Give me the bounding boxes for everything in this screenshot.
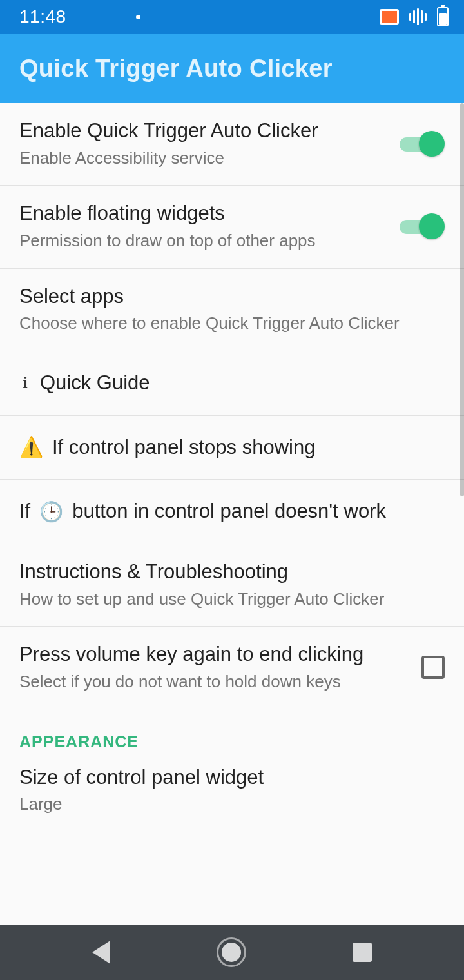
- row-enable-auto-clicker[interactable]: Enable Quick Trigger Auto Clicker Enable…: [0, 103, 464, 186]
- status-time: 11:48: [19, 6, 66, 27]
- settings-list: Enable Quick Trigger Auto Clicker Enable…: [0, 103, 464, 832]
- row-clock-button-not-working[interactable]: If 🕒 button in control panel doesn't wor…: [0, 480, 464, 544]
- row-enable-floating-widgets[interactable]: Enable floating widgets Permission to dr…: [0, 186, 464, 268]
- row-select-apps[interactable]: Select apps Choose where to enable Quick…: [0, 269, 464, 351]
- row-title-text: If control panel stops showing: [52, 435, 315, 460]
- row-subtitle: How to set up and use Quick Trigger Auto…: [19, 589, 445, 610]
- row-title: Press volume key again to end clicking: [19, 642, 411, 667]
- row-title-text: Quick Guide: [40, 371, 150, 396]
- row-title: Instructions & Troubleshooting: [19, 560, 445, 585]
- row-instructions-troubleshooting[interactable]: Instructions & Troubleshooting How to se…: [0, 544, 464, 627]
- app-title: Quick Trigger Auto Clicker: [19, 55, 333, 83]
- row-title: Size of control panel widget: [19, 765, 445, 790]
- section-appearance: APPEARANCE: [0, 732, 464, 755]
- recent-apps-button[interactable]: [353, 943, 372, 962]
- vibrate-icon: [409, 8, 427, 25]
- battery-icon: [437, 7, 449, 26]
- cast-icon: [380, 9, 399, 24]
- row-subtitle: Large: [19, 794, 445, 815]
- checkbox-volume-key[interactable]: [421, 656, 445, 679]
- app-bar: Quick Trigger Auto Clicker: [0, 34, 464, 103]
- row-title-suffix: button in control panel doesn't work: [72, 499, 386, 524]
- row-subtitle: Permission to draw on top of other apps: [19, 230, 389, 251]
- row-title: Select apps: [19, 284, 445, 309]
- back-button[interactable]: [92, 941, 110, 964]
- navigation-bar: [0, 925, 464, 980]
- info-icon: i: [19, 373, 31, 394]
- row-volume-key-end-clicking[interactable]: Press volume key again to end clicking S…: [0, 627, 464, 709]
- warning-icon: ⚠️: [19, 438, 43, 457]
- home-button[interactable]: [217, 937, 246, 967]
- row-control-panel-stops[interactable]: ⚠️ If control panel stops showing: [0, 416, 464, 480]
- row-title-prefix: If: [19, 499, 30, 524]
- scroll-indicator[interactable]: [460, 103, 464, 496]
- toggle-floating-widgets[interactable]: [400, 212, 445, 240]
- row-subtitle: Select if you do not want to hold down k…: [19, 671, 411, 692]
- row-quick-guide[interactable]: i Quick Guide: [0, 351, 464, 416]
- status-bar: 11:48: [0, 0, 464, 34]
- clock-icon: 🕒: [39, 502, 63, 522]
- notification-dot-icon: [136, 15, 140, 19]
- row-subtitle: Enable Accessibility service: [19, 148, 389, 169]
- row-size-control-panel[interactable]: Size of control panel widget Large: [0, 755, 464, 832]
- row-title: Enable Quick Trigger Auto Clicker: [19, 119, 389, 144]
- toggle-enable-auto-clicker[interactable]: [400, 130, 445, 158]
- row-subtitle: Choose where to enable Quick Trigger Aut…: [19, 313, 445, 334]
- row-title: Enable floating widgets: [19, 201, 389, 226]
